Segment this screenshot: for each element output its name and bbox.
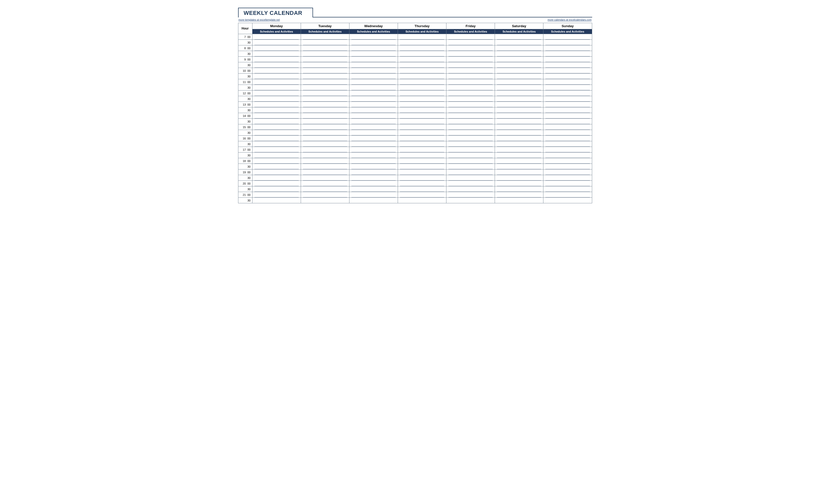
schedule-cell[interactable] [543,147,592,153]
schedule-cell[interactable] [301,91,349,96]
schedule-cell[interactable] [543,62,592,68]
schedule-cell[interactable] [398,45,446,51]
schedule-cell[interactable] [301,74,349,79]
schedule-cell[interactable] [446,113,495,119]
schedule-cell[interactable] [495,102,543,107]
schedule-cell[interactable] [446,198,495,203]
schedule-cell[interactable] [252,40,301,45]
schedule-cell[interactable] [543,45,592,51]
schedule-cell[interactable] [252,62,301,68]
schedule-cell[interactable] [398,153,446,158]
schedule-cell[interactable] [446,130,495,136]
schedule-cell[interactable] [252,136,301,141]
schedule-cell[interactable] [543,169,592,175]
schedule-cell[interactable] [398,187,446,192]
schedule-cell[interactable] [349,164,398,169]
schedule-cell[interactable] [349,175,398,181]
schedule-cell[interactable] [252,34,301,40]
schedule-cell[interactable] [446,158,495,164]
schedule-cell[interactable] [349,85,398,91]
schedule-cell[interactable] [252,107,301,113]
schedule-cell[interactable] [446,102,495,107]
schedule-cell[interactable] [252,147,301,153]
schedule-cell[interactable] [543,187,592,192]
schedule-cell[interactable] [349,40,398,45]
schedule-cell[interactable] [349,107,398,113]
schedule-cell[interactable] [301,136,349,141]
schedule-cell[interactable] [398,113,446,119]
schedule-cell[interactable] [349,136,398,141]
schedule-cell[interactable] [349,147,398,153]
schedule-cell[interactable] [495,164,543,169]
schedule-cell[interactable] [446,141,495,147]
schedule-cell[interactable] [252,113,301,119]
schedule-cell[interactable] [349,74,398,79]
schedule-cell[interactable] [495,141,543,147]
schedule-cell[interactable] [398,96,446,102]
schedule-cell[interactable] [301,141,349,147]
schedule-cell[interactable] [252,192,301,198]
schedule-cell[interactable] [398,91,446,96]
schedule-cell[interactable] [543,34,592,40]
schedule-cell[interactable] [446,62,495,68]
schedule-cell[interactable] [495,192,543,198]
schedule-cell[interactable] [543,119,592,124]
schedule-cell[interactable] [398,158,446,164]
schedule-cell[interactable] [495,45,543,51]
schedule-cell[interactable] [398,141,446,147]
schedule-cell[interactable] [349,91,398,96]
schedule-cell[interactable] [543,85,592,91]
schedule-cell[interactable] [446,181,495,187]
schedule-cell[interactable] [446,147,495,153]
schedule-cell[interactable] [301,68,349,74]
schedule-cell[interactable] [349,198,398,203]
schedule-cell[interactable] [398,57,446,62]
schedule-cell[interactable] [349,192,398,198]
schedule-cell[interactable] [301,51,349,57]
schedule-cell[interactable] [252,124,301,130]
schedule-cell[interactable] [398,62,446,68]
schedule-cell[interactable] [349,187,398,192]
schedule-cell[interactable] [446,45,495,51]
schedule-cell[interactable] [252,175,301,181]
schedule-cell[interactable] [349,102,398,107]
schedule-cell[interactable] [349,141,398,147]
schedule-cell[interactable] [495,147,543,153]
schedule-cell[interactable] [252,198,301,203]
schedule-cell[interactable] [495,40,543,45]
schedule-cell[interactable] [349,79,398,85]
schedule-cell[interactable] [349,181,398,187]
schedule-cell[interactable] [398,79,446,85]
schedule-cell[interactable] [252,45,301,51]
schedule-cell[interactable] [398,68,446,74]
schedule-cell[interactable] [398,147,446,153]
schedule-cell[interactable] [543,68,592,74]
schedule-cell[interactable] [398,124,446,130]
schedule-cell[interactable] [398,34,446,40]
schedule-cell[interactable] [349,158,398,164]
schedule-cell[interactable] [252,57,301,62]
schedule-cell[interactable] [252,187,301,192]
schedule-cell[interactable] [398,130,446,136]
schedule-cell[interactable] [446,136,495,141]
schedule-cell[interactable] [495,68,543,74]
schedule-cell[interactable] [301,102,349,107]
schedule-cell[interactable] [495,85,543,91]
schedule-cell[interactable] [398,136,446,141]
schedule-cell[interactable] [446,51,495,57]
schedule-cell[interactable] [398,102,446,107]
schedule-cell[interactable] [543,74,592,79]
schedule-cell[interactable] [301,169,349,175]
schedule-cell[interactable] [543,107,592,113]
schedule-cell[interactable] [252,164,301,169]
schedule-cell[interactable] [301,192,349,198]
schedule-cell[interactable] [495,181,543,187]
schedule-cell[interactable] [543,141,592,147]
schedule-cell[interactable] [446,40,495,45]
schedule-cell[interactable] [252,79,301,85]
schedule-cell[interactable] [543,198,592,203]
schedule-cell[interactable] [252,119,301,124]
schedule-cell[interactable] [495,91,543,96]
schedule-cell[interactable] [398,40,446,45]
schedule-cell[interactable] [543,113,592,119]
